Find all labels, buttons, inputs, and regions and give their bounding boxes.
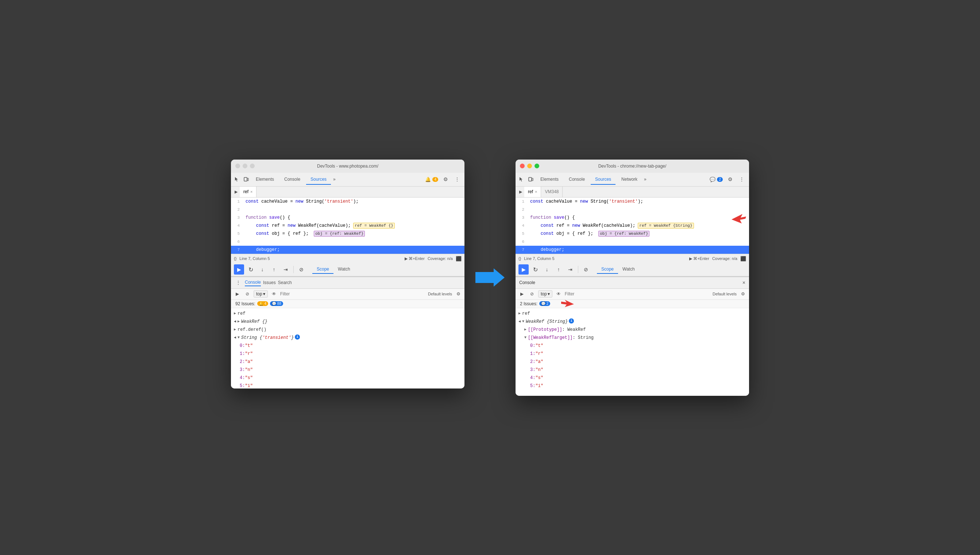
right-console-settings-btn[interactable]: ⚙ <box>739 290 747 298</box>
right-expand-ref-icon[interactable]: ▶ <box>518 310 521 317</box>
file-tab-ref[interactable]: ref × <box>240 186 256 197</box>
right-tab-sources[interactable]: Sources <box>591 175 615 185</box>
right-expand-proto-icon[interactable]: ▶ <box>524 326 526 333</box>
code-line-3: 3 function save() { <box>231 213 464 221</box>
console-settings-btn[interactable]: ⚙ <box>454 290 462 298</box>
right-tab-console[interactable]: Console <box>564 175 589 184</box>
right-file-tab-vm348[interactable]: VM348 <box>541 186 563 197</box>
code-line-7: 7 debugger; <box>231 246 464 254</box>
step-out-btn[interactable]: ↑ <box>269 265 279 274</box>
right-console-close-btn[interactable]: × <box>742 280 745 286</box>
expand-string-icon[interactable]: ▼ <box>238 334 240 341</box>
right-close-button[interactable] <box>520 164 525 168</box>
eye-btn[interactable]: 👁 <box>270 290 278 298</box>
right-window-title: DevTools - chrome://new-tab-page/ <box>598 164 667 169</box>
right-more-tabs-btn[interactable]: » <box>644 177 646 182</box>
more-options-console[interactable]: ⋮ <box>234 278 243 287</box>
console-block-btn[interactable]: ⊘ <box>243 290 251 298</box>
top-dropdown[interactable]: top ▾ <box>254 290 268 298</box>
scope-tab[interactable]: Scope <box>312 265 334 274</box>
right-console-run-btn[interactable]: ▶ <box>518 290 526 298</box>
right-console-block-btn[interactable]: ⊘ <box>528 290 536 298</box>
right-file-tab-ref[interactable]: ref × <box>524 186 541 197</box>
run-snippet-btn[interactable]: ▶ ⌘+Enter <box>404 256 425 261</box>
more-tabs-btn[interactable]: » <box>333 177 336 182</box>
settings-icon[interactable]: ⚙ <box>441 175 450 184</box>
right-step-btn[interactable]: ⇥ <box>565 265 576 274</box>
right-step-out-btn[interactable]: ↑ <box>553 265 564 274</box>
close-button[interactable] <box>235 164 240 168</box>
console-tab-console[interactable]: Console <box>245 279 261 286</box>
filter-levels-dropdown[interactable]: Default levels <box>428 292 452 296</box>
run-icon[interactable]: ▶ <box>232 188 240 195</box>
tab-console[interactable]: Console <box>280 175 305 184</box>
right-issues-count-label: 2 Issues: <box>520 301 537 306</box>
close-tab-icon[interactable]: × <box>250 189 253 194</box>
right-step-over-btn[interactable]: ↻ <box>530 265 540 274</box>
right-filter-input[interactable] <box>565 291 710 297</box>
info-icon[interactable]: i <box>295 334 300 340</box>
step-btn[interactable]: ⇥ <box>281 265 291 274</box>
deactivate-btn[interactable]: ⊘ <box>296 265 307 274</box>
expand-weakref-icon[interactable]: ▶ <box>238 318 240 325</box>
right-run-icon: ▶ <box>689 256 692 261</box>
right-run-icon[interactable]: ▶ <box>517 188 524 195</box>
resume-btn[interactable]: ▶ <box>234 265 244 274</box>
run-icon: ▶ <box>404 256 408 261</box>
expand-deref-icon[interactable]: ▶ <box>234 326 236 333</box>
step-into-btn[interactable]: ↓ <box>257 265 267 274</box>
watch-tab[interactable]: Watch <box>334 265 355 274</box>
device-icon[interactable] <box>243 176 249 182</box>
right-scope-tab[interactable]: Scope <box>597 265 618 274</box>
right-device-icon[interactable] <box>528 176 534 182</box>
expand-ref-icon[interactable]: ▶ <box>234 310 236 317</box>
right-minimize-button[interactable] <box>527 164 532 168</box>
coverage-options-icon[interactable]: ⬛ <box>456 256 462 261</box>
right-tab-network[interactable]: Network <box>617 175 642 184</box>
left-debug-tabs: Scope Watch <box>312 265 355 274</box>
right-filter-levels-dropdown[interactable]: Default levels <box>713 292 737 296</box>
left-title-bar: DevTools - www.photopea.com/ <box>231 160 464 173</box>
right-maximize-button[interactable] <box>534 164 539 168</box>
right-expand-weakref-icon[interactable]: ▼ <box>522 318 524 325</box>
red-arrow-badge <box>560 298 577 312</box>
right-step-into-btn[interactable]: ↓ <box>542 265 552 274</box>
right-cursor-icon[interactable] <box>518 176 524 182</box>
code-line-1: 1 const cacheValue = new String('transie… <box>231 197 464 205</box>
step-over-pause-btn[interactable]: ↻ <box>246 265 256 274</box>
right-top-dropdown[interactable]: top ▾ <box>538 290 552 298</box>
tab-elements[interactable]: Elements <box>251 175 278 184</box>
more-options-icon[interactable]: ⋮ <box>453 175 462 184</box>
right-console-row-t1: 1: "r" <box>527 350 749 358</box>
right-watch-tab[interactable]: Watch <box>618 265 639 274</box>
svg-marker-2 <box>475 268 505 287</box>
right-more-options-icon[interactable]: ⋮ <box>737 175 746 184</box>
cursor-icon[interactable] <box>234 176 240 182</box>
console-tab-search[interactable]: Search <box>278 279 292 286</box>
right-code-area: 1 const cacheValue = new String('transie… <box>516 197 749 254</box>
console-run-btn[interactable]: ▶ <box>233 290 241 298</box>
right-badge-count: 2 <box>717 177 723 182</box>
maximize-button[interactable] <box>250 164 255 168</box>
right-info-icon[interactable]: i <box>569 318 574 324</box>
right-tab-elements[interactable]: Elements <box>536 175 563 184</box>
right-close-tab-icon[interactable]: × <box>535 189 537 194</box>
right-coverage-options-icon[interactable]: ⬛ <box>740 256 746 261</box>
left-console-content: ▶ ref ◀ ▶ WeakRef {} ▶ ref.deref() ◀ <box>231 308 464 388</box>
right-settings-icon[interactable]: ⚙ <box>726 175 734 184</box>
console-row-0: 0: "t" <box>237 342 464 350</box>
minimize-button[interactable] <box>243 164 247 168</box>
issues-blue-badge: 💬 88 <box>270 301 283 306</box>
console-tab-issues[interactable]: Issues <box>263 279 276 286</box>
right-deactivate-btn[interactable]: ⊘ <box>581 265 591 274</box>
code-line-6: 6 <box>231 238 464 246</box>
console-row-2: 2: "a" <box>237 358 464 366</box>
file-tab-label: ref <box>243 189 248 194</box>
console-row-deref: ▶ ref.deref() <box>231 326 464 334</box>
right-expand-target-icon[interactable]: ▼ <box>524 334 526 341</box>
right-resume-btn[interactable]: ▶ <box>518 265 529 274</box>
right-run-snippet-btn[interactable]: ▶ ⌘+Enter <box>689 256 709 261</box>
tab-sources[interactable]: Sources <box>306 175 331 185</box>
filter-input[interactable] <box>280 291 426 297</box>
right-eye-btn[interactable]: 👁 <box>555 290 563 298</box>
